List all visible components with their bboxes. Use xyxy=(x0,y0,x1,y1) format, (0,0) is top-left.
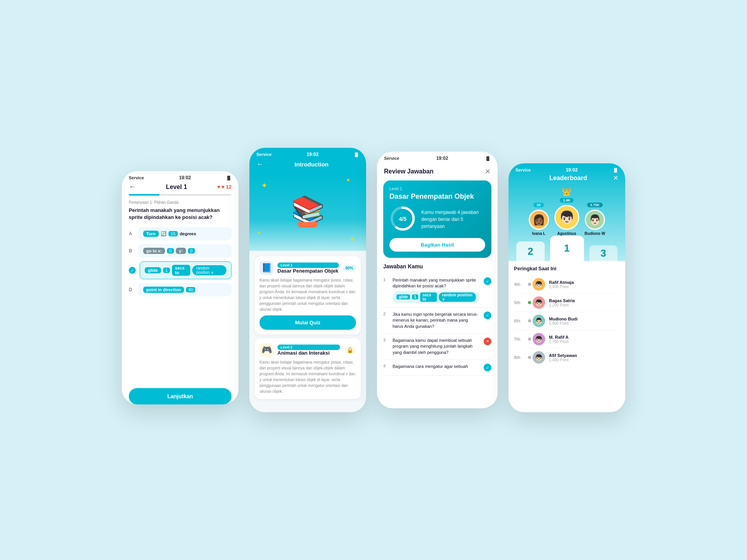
answer-pill-num: 1 xyxy=(412,294,418,299)
podium-3rd: 2.75K 👨🏻 Budiono W xyxy=(585,203,605,236)
option-d-box[interactable]: point in direction 90 xyxy=(138,283,231,296)
rank-dot-8th xyxy=(528,356,531,359)
level-2-badge: Level 2 xyxy=(277,345,340,350)
score-circle-container: 4/5 xyxy=(389,205,416,233)
question-label: Pertanyaan 1: Pilihan Ganda xyxy=(129,200,231,205)
score-badge-1st: 1.4K xyxy=(560,198,573,203)
option-b-num2: 0 xyxy=(188,248,195,254)
rank-item-5th: 5th 👦🏻 Bagas Satria 2,200 Point xyxy=(514,294,620,312)
lanjutkan-button[interactable]: Lanjutkan xyxy=(129,388,231,404)
name-2nd: Ivana L xyxy=(532,231,545,236)
podium-1st: 👑 1.4K 👦🏻 Agustinus xyxy=(554,187,579,236)
score-badge-2nd: 1K xyxy=(533,203,544,207)
score-badge-3rd: 2.75K xyxy=(587,203,603,207)
question-text: Perintah manakah yang menunjukkan sprite… xyxy=(129,207,231,221)
leader-status-area: Service 19:02 ▐▌ Leaderboard ✕ xyxy=(509,163,625,183)
close-button-review[interactable]: ✕ xyxy=(485,167,491,176)
rank-name-7th: M. Rafif A xyxy=(549,335,620,340)
rank-pos-5th: 5th xyxy=(514,300,524,305)
phone-intro: Service 19:02 ▐▌ ← Introduction ✦ ✦ ✦ ✦ … xyxy=(249,148,366,412)
podium-block-3rd: 3 xyxy=(589,245,618,261)
rank-points-6th: 1,900 Point xyxy=(549,321,620,326)
q-status-3: ✕ xyxy=(484,338,491,345)
rank-pos-6th: 6th xyxy=(514,318,524,323)
time-leader: 19:02 xyxy=(566,167,578,173)
time-review: 19:02 xyxy=(436,156,448,161)
answer-pill-secs: secs to xyxy=(420,292,437,302)
podium-avatars: 1K 👩🏾 Ivana L 👑 1.4K 👦🏻 Agustinus 2.75K xyxy=(516,187,617,236)
option-b-box[interactable]: go to x: 0 y: 0 xyxy=(138,244,231,257)
random-position-dropdown[interactable]: random position ∨ xyxy=(192,265,226,275)
jawaban-item-4: 4 Bagaimana cara mengatur agar sebuah ✓ xyxy=(383,360,491,376)
level-2-title: Animasi dan Interaksi xyxy=(277,350,340,356)
level-2-info: Level 2 Animasi dan Interaksi xyxy=(277,345,340,356)
leader-header-bar: Leaderboard ✕ xyxy=(516,174,618,183)
avatar-1st: 👦🏻 xyxy=(554,205,579,230)
option-c-box[interactable]: glide 1 secs to random position ∨ xyxy=(140,261,231,279)
podium-block-2nd: 2 xyxy=(516,242,545,261)
level-1-info: Level 1 Dasar Penempatan Objek xyxy=(277,262,339,274)
bagikan-button[interactable]: Bagikan Hasil xyxy=(389,238,485,252)
q-content-4: Bagaimana cara mengatur agar sebuah xyxy=(393,364,480,369)
rank-info-6th: Mudiono Budi 1,900 Point xyxy=(549,317,620,326)
q-num-1: 1 xyxy=(383,277,389,282)
level-2-icon: 🎮 xyxy=(260,343,274,357)
app-container: Service 19:02 ▐▌ ← Level 1 ♥ ♥ 12 Pertan… xyxy=(0,0,747,560)
mulai-quiz-btn-1[interactable]: Mulai Quiz xyxy=(260,315,356,330)
signal-review: Service xyxy=(384,156,399,161)
score-card-title: Dasar Penempatan Objek xyxy=(389,192,485,201)
status-bar-leader: Service 19:02 ▐▌ xyxy=(516,167,618,174)
rank-name-6th: Mudiono Budi xyxy=(549,317,620,321)
phone-quiz: Service 19:02 ▐▌ ← Level 1 ♥ ♥ 12 Pertan… xyxy=(122,171,238,404)
podium-2nd: 1K 👩🏾 Ivana L xyxy=(529,203,549,236)
q-status-4: ✓ xyxy=(484,364,491,371)
level-1-pct: 80% xyxy=(343,265,356,271)
rank-name-4th: Rafif Atmaja xyxy=(549,280,620,285)
sparkle-3: ✦ xyxy=(257,230,261,235)
answer-pill-1: glide 1 secs to random position ∨ xyxy=(393,291,480,303)
battery-quiz: ▐▌ xyxy=(226,176,231,180)
back-button-intro[interactable]: ← xyxy=(256,160,263,168)
podium-section: 1K 👩🏾 Ivana L 👑 1.4K 👦🏻 Agustinus 2.75K xyxy=(509,183,625,261)
rank-info-4th: Rafif Atmaja 2,400 Point xyxy=(549,280,620,289)
option-a-text: degrees xyxy=(180,231,196,236)
rank-info-5th: Bagas Satria 2,200 Point xyxy=(549,298,620,307)
time-quiz: 19:02 xyxy=(179,175,191,180)
option-b-letter: B xyxy=(129,248,134,254)
rank-item-7th: 7th 👦🏻 M. Rafif A 1,750 Point xyxy=(514,330,620,348)
level-cards-list: 📘 Level 1 Dasar Penempatan Objek 80% Kam… xyxy=(249,251,366,412)
option-c-tag1: glide xyxy=(145,267,161,273)
rank-dot-5th xyxy=(528,301,531,304)
signal-quiz: Service xyxy=(129,175,144,180)
progress-container xyxy=(122,194,238,200)
mascot-emoji: 📚 xyxy=(291,196,325,224)
option-d-tag1: point in direction xyxy=(143,287,184,293)
level-1-desc: Kamu akan belajar bagaimana mengatur pos… xyxy=(260,277,356,312)
intro-title: Introduction xyxy=(295,161,328,168)
answer-pill-tag1: glide xyxy=(396,294,410,299)
rank-info-7th: M. Rafif A 1,750 Point xyxy=(549,335,620,344)
rankings-title: Peringkat Saat Ini xyxy=(514,266,620,271)
rank-dot-4th xyxy=(528,283,531,286)
podium-blocks: 2 1 3 xyxy=(516,236,617,261)
sparkle-4: ✦ xyxy=(349,236,354,243)
option-a-box[interactable]: Turn 🔄 15 degrees xyxy=(138,227,231,240)
review-title: Review Jawaban xyxy=(384,168,433,175)
progress-fill xyxy=(129,194,160,196)
intro-header-bar: Service 19:02 ▐▌ xyxy=(249,148,366,160)
quiz-title: Level 1 xyxy=(166,184,187,191)
rank-points-4th: 2,400 Point xyxy=(549,285,620,289)
q-text-1: Perintah manakah yang menunjukkan sprite… xyxy=(393,277,480,289)
answer-pill-dropdown: random position ∨ xyxy=(439,292,476,302)
phone-review: Service 19:02 ▐▌ Review Jawaban ✕ Level … xyxy=(377,152,498,408)
close-button-leader[interactable]: ✕ xyxy=(613,174,618,182)
crown-icon: 👑 xyxy=(562,187,572,196)
q-num-3: 3 xyxy=(383,338,389,342)
back-button-quiz[interactable]: ← xyxy=(129,183,136,191)
status-icons-quiz: ▐▌ xyxy=(226,176,231,180)
jawaban-item-1: 1 Perintah manakah yang menunjukkan spri… xyxy=(383,273,491,308)
name-1st: Agustinus xyxy=(557,231,576,236)
rank-name-8th: Afif Setyawan xyxy=(549,353,620,358)
rank-points-7th: 1,750 Point xyxy=(549,340,620,344)
rankings-section: Peringkat Saat Ini 4th 👦🏻 Rafif Atmaja 2… xyxy=(509,261,625,412)
